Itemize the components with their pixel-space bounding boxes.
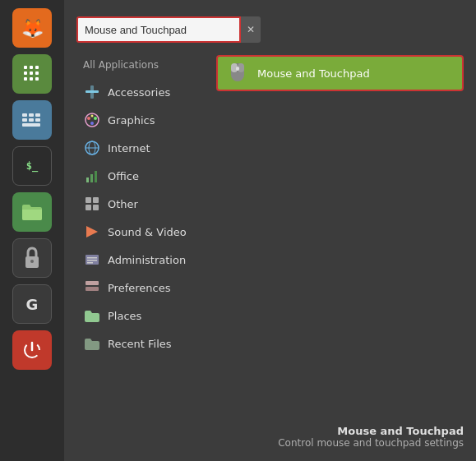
svg-rect-7: [30, 77, 33, 81]
accessories-icon: [83, 83, 101, 101]
svg-rect-0: [24, 66, 27, 69]
svg-rect-4: [30, 71, 33, 75]
taskbar-firefox[interactable]: 🦊: [12, 8, 52, 48]
results-panel: Mouse and Touchpad: [216, 55, 464, 417]
result-mouse-touchpad[interactable]: Mouse and Touchpad: [216, 55, 464, 91]
search-input[interactable]: Mouse and Touchpad: [76, 16, 241, 43]
administration-icon: [83, 251, 101, 269]
taskbar-grid[interactable]: [12, 54, 52, 94]
graphics-icon: [83, 111, 101, 129]
svg-rect-5: [35, 71, 39, 75]
svg-point-26: [91, 115, 94, 118]
other-icon: [83, 195, 101, 213]
svg-rect-32: [95, 171, 97, 182]
taskbar-power[interactable]: [12, 330, 52, 370]
recent-files-icon: [83, 334, 101, 353]
svg-rect-31: [90, 174, 93, 182]
svg-rect-14: [35, 118, 40, 122]
svg-rect-41: [87, 262, 93, 264]
svg-rect-48: [236, 67, 239, 71]
svg-rect-30: [86, 177, 89, 182]
svg-rect-21: [90, 85, 94, 99]
svg-rect-33: [85, 197, 91, 203]
category-recent-files[interactable]: Recent Files: [76, 330, 208, 357]
categories-panel: All Applications Accessories: [76, 55, 208, 417]
svg-rect-3: [24, 71, 27, 75]
svg-rect-10: [29, 113, 34, 117]
places-icon: [83, 307, 101, 325]
svg-rect-15: [22, 123, 40, 127]
svg-marker-37: [86, 226, 98, 237]
taskbar-terminal[interactable]: $_: [12, 146, 52, 186]
taskbar-firewall[interactable]: [12, 100, 52, 140]
taskbar: 🦊 $_: [0, 0, 64, 461]
main-content: Mouse and Touchpad ✕ All Applications Ac…: [64, 0, 476, 461]
taskbar-grub[interactable]: G: [12, 284, 52, 324]
mouse-touchpad-result-icon: [226, 62, 249, 85]
svg-point-23: [87, 117, 90, 120]
svg-point-24: [94, 117, 97, 120]
category-sound-video[interactable]: Sound & Video: [76, 219, 208, 245]
taskbar-lock[interactable]: [12, 238, 52, 278]
internet-icon: [83, 139, 101, 157]
svg-point-25: [90, 122, 94, 125]
svg-rect-40: [87, 260, 97, 261]
svg-rect-43: [85, 287, 99, 291]
svg-rect-8: [35, 77, 39, 81]
category-all-applications[interactable]: All Applications: [76, 55, 208, 75]
search-clear-button[interactable]: ✕: [241, 16, 261, 43]
svg-rect-12: [22, 118, 27, 122]
category-internet[interactable]: Internet: [76, 135, 208, 161]
bottom-info: Mouse and Touchpad Control mouse and tou…: [76, 417, 464, 449]
category-graphics[interactable]: Graphics: [76, 107, 208, 133]
info-description: Control mouse and touchpad settings: [76, 437, 464, 449]
info-title: Mouse and Touchpad: [76, 425, 464, 437]
sound-video-icon: [83, 223, 101, 241]
svg-rect-9: [22, 113, 27, 117]
svg-rect-6: [24, 77, 27, 81]
svg-rect-42: [85, 281, 99, 285]
search-bar: Mouse and Touchpad ✕: [76, 16, 464, 43]
svg-rect-1: [30, 66, 33, 69]
svg-rect-34: [93, 197, 99, 203]
svg-point-17: [30, 260, 34, 263]
svg-rect-11: [35, 113, 40, 117]
office-icon: [83, 167, 101, 185]
category-preferences[interactable]: Preferences: [76, 274, 208, 301]
svg-rect-13: [29, 118, 34, 122]
svg-rect-36: [93, 205, 99, 210]
content-area: All Applications Accessories: [76, 55, 464, 417]
category-office[interactable]: Office: [76, 163, 208, 189]
svg-rect-35: [85, 205, 91, 210]
category-places[interactable]: Places: [76, 302, 208, 329]
taskbar-files[interactable]: [12, 192, 52, 232]
category-accessories[interactable]: Accessories: [76, 79, 208, 105]
svg-rect-39: [87, 257, 97, 259]
category-other[interactable]: Other: [76, 191, 208, 217]
preferences-icon: [83, 279, 101, 297]
svg-rect-2: [35, 66, 39, 69]
category-administration[interactable]: Administration: [76, 247, 208, 273]
